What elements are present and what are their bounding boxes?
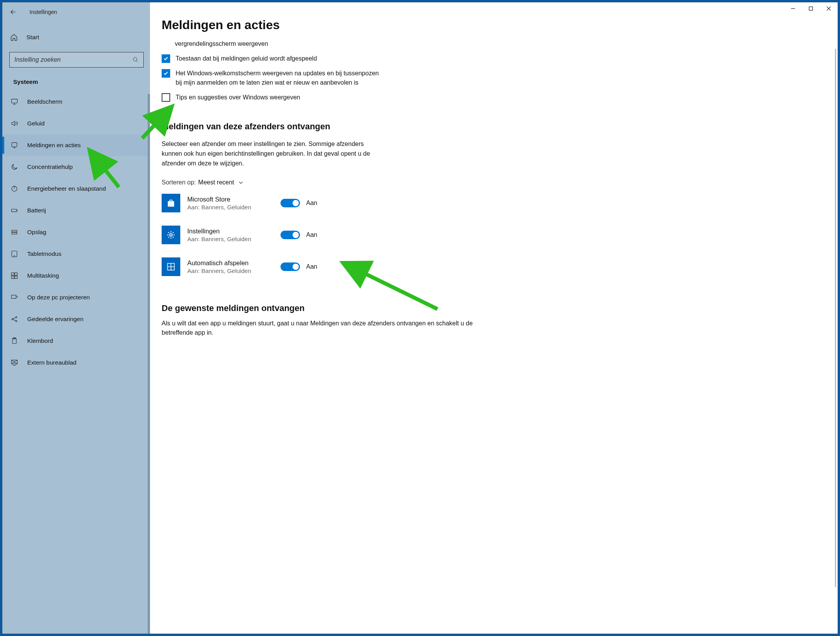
back-arrow-icon	[10, 9, 17, 16]
notify-icon	[10, 141, 19, 149]
sender-toggle[interactable]	[281, 262, 300, 271]
sidebar-item-sound[interactable]: Geluid	[2, 113, 150, 134]
checkbox-label: Toestaan dat bij meldingen geluid wordt …	[176, 54, 317, 63]
svg-rect-13	[12, 295, 16, 298]
sidebar-item-multi[interactable]: Multitasking	[2, 265, 150, 287]
sidebar-header: Instellingen	[2, 2, 150, 22]
content-scrollbar[interactable]	[835, 49, 836, 587]
svg-rect-2	[12, 142, 17, 147]
senders-description: Selecteer een afzender om meer instellin…	[162, 139, 379, 168]
notification-checkboxes: vergrendelingsscherm weergevenToestaan d…	[162, 39, 838, 102]
store-icon	[162, 194, 180, 212]
sender-toggle[interactable]	[281, 199, 300, 207]
sidebar-item-clipboard[interactable]: Klembord	[2, 330, 150, 352]
search-container	[9, 52, 144, 68]
nav-label: Klembord	[27, 337, 53, 344]
checkbox[interactable]	[162, 69, 170, 78]
svg-rect-11	[12, 276, 14, 279]
home-button[interactable]: Start	[2, 28, 150, 47]
sender-toggle-state: Aan	[306, 200, 317, 207]
tablet-icon	[10, 250, 19, 258]
power-icon	[10, 184, 19, 193]
checkbox-label: Tips en suggesties over Windows weergeve…	[176, 93, 300, 102]
share-icon	[10, 315, 19, 323]
svg-point-0	[133, 57, 137, 61]
sidebar-item-moon[interactable]: Concentratiehulp	[2, 156, 150, 178]
desired-heading: De gewenste meldingen ontvangen	[162, 303, 838, 313]
nav-label: Extern bureaublad	[27, 359, 77, 366]
display-icon	[10, 97, 19, 106]
nav-label: Geluid	[27, 120, 45, 127]
svg-point-8	[14, 255, 15, 256]
checkbox-label: Het Windows-welkomstscherm weergeven na …	[176, 69, 379, 87]
checkbox-row: vergrendelingsscherm weergeven	[175, 39, 392, 49]
svg-point-16	[16, 320, 17, 321]
sidebar-item-project[interactable]: Op deze pc projecteren	[2, 287, 150, 308]
checkbox-label: vergrendelingsscherm weergeven	[175, 39, 268, 49]
sidebar-item-battery[interactable]: Batterij	[2, 200, 150, 221]
multi-icon	[10, 271, 19, 280]
nav-label: Energiebeheer en slaapstand	[27, 185, 106, 192]
project-icon	[10, 293, 19, 302]
storage-icon	[10, 228, 19, 236]
svg-point-14	[12, 318, 13, 320]
sidebar-section-label: Systeem	[13, 78, 150, 85]
sender-text: Microsoft StoreAan: Banners, Geluiden	[187, 196, 281, 211]
sidebar-item-notify[interactable]: Meldingen en acties	[2, 134, 150, 156]
nav-label: Op deze pc projecteren	[27, 294, 90, 301]
clipboard-icon	[10, 337, 19, 345]
content: Meldingen en acties vergrendelingsscherm…	[150, 2, 838, 634]
svg-rect-12	[15, 276, 17, 279]
nav-label: Beeldscherm	[27, 98, 62, 105]
sender-row[interactable]: Automatisch afspelenAan: Banners, Geluid…	[162, 257, 838, 276]
nav-label: Batterij	[27, 207, 46, 214]
home-icon	[10, 33, 18, 41]
sender-title: Microsoft Store	[187, 196, 281, 203]
sender-row[interactable]: InstellingenAan: Banners, GeluidenAan	[162, 226, 838, 244]
desired-description: Als u wilt dat een app u meldingen stuur…	[162, 319, 500, 337]
svg-rect-5	[12, 230, 17, 232]
sidebar-item-share[interactable]: Gedeelde ervaringen	[2, 308, 150, 330]
sender-title: Instellingen	[187, 228, 281, 235]
search-icon	[132, 57, 139, 63]
app-title: Instellingen	[30, 9, 57, 15]
svg-rect-1	[12, 99, 17, 103]
sender-subtitle: Aan: Banners, Geluiden	[187, 204, 281, 211]
gear-icon	[162, 226, 180, 244]
settings-window: Instellingen Start Systeem BeeldschermGe…	[2, 2, 838, 634]
autoplay-icon	[162, 257, 180, 276]
sidebar-item-power[interactable]: Energiebeheer en slaapstand	[2, 178, 150, 200]
svg-rect-7	[12, 251, 17, 257]
checkbox[interactable]	[162, 93, 170, 102]
nav-label: Opslag	[27, 229, 46, 236]
nav-label: Concentratiehulp	[27, 163, 73, 170]
sender-row[interactable]: Microsoft StoreAan: Banners, GeluidenAan	[162, 194, 838, 212]
sender-toggle-state: Aan	[306, 231, 317, 238]
sort-dropdown[interactable]: Sorteren op: Meest recent	[162, 179, 838, 186]
sidebar-item-tablet[interactable]: Tabletmodus	[2, 243, 150, 265]
sender-toggle[interactable]	[281, 231, 300, 239]
svg-rect-6	[12, 233, 17, 234]
nav-label: Multitasking	[27, 272, 59, 279]
sender-title: Automatisch afspelen	[187, 259, 281, 267]
page-title: Meldingen en acties	[162, 18, 838, 32]
battery-icon	[10, 206, 19, 215]
sound-icon	[10, 119, 19, 128]
sidebar-item-display[interactable]: Beeldscherm	[2, 91, 150, 113]
checkbox-row: Toestaan dat bij meldingen geluid wordt …	[162, 54, 379, 63]
sidebar: Instellingen Start Systeem BeeldschermGe…	[2, 2, 150, 634]
back-button[interactable]	[5, 3, 22, 21]
sort-value: Meest recent	[198, 179, 234, 186]
search-box[interactable]	[9, 52, 144, 68]
sidebar-item-remote[interactable]: Extern bureaublad	[2, 352, 150, 374]
sidebar-item-storage[interactable]: Opslag	[2, 221, 150, 243]
search-input[interactable]	[14, 56, 132, 63]
main-panel: Meldingen en acties vergrendelingsscherm…	[150, 2, 838, 634]
svg-rect-9	[12, 273, 14, 276]
nav-list: BeeldschermGeluidMeldingen en actiesConc…	[2, 91, 150, 374]
nav-label: Gedeelde ervaringen	[27, 316, 84, 323]
svg-point-21	[170, 234, 173, 236]
svg-point-15	[16, 316, 17, 318]
sender-text: Automatisch afspelenAan: Banners, Geluid…	[187, 259, 281, 275]
checkbox[interactable]	[162, 54, 170, 63]
